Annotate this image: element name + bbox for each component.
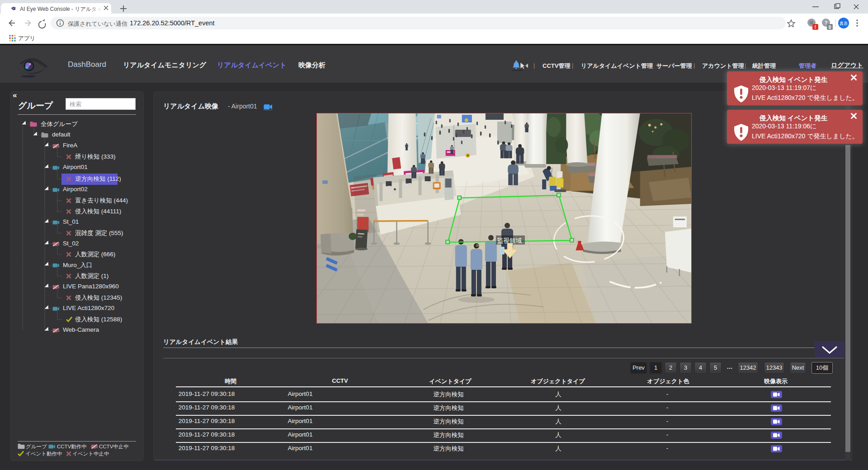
svg-text:Line 3: Line 3 [472, 243, 485, 249]
svg-text:真吾: 真吾 [840, 21, 848, 26]
svg-text:0: 0 [829, 25, 831, 30]
svg-text:!: ! [815, 25, 816, 30]
